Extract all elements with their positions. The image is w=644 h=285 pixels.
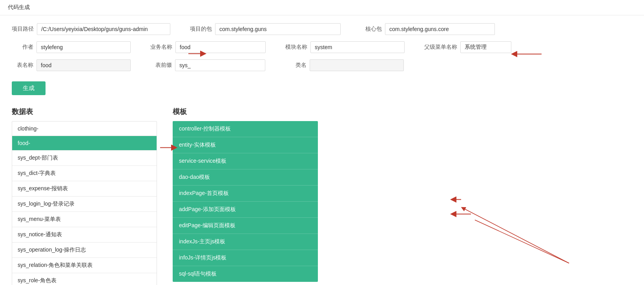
form-item-table-prefix: 表前缀 [150,59,265,71]
form-item-business-name: 业务名称 [150,41,266,53]
form-row-1: 项目路径 项目的包 核心包 [12,23,632,35]
project-pkg-input[interactable] [215,23,341,35]
project-path-input[interactable] [37,23,170,35]
template-list-item[interactable]: sql-sql语句模板 [173,266,318,282]
table-list-section: 数据表 clothing-food-sys_dept-部门表sys_dict-字… [12,107,157,285]
generate-button[interactable]: 生成 [12,81,46,95]
table-list-item[interactable]: sys_login_log-登录记录 [12,197,157,212]
class-name-input [310,59,404,71]
table-list-item[interactable]: sys_operation_log-操作日志 [12,243,157,258]
template-list-item[interactable]: service-service模板 [173,153,318,169]
table-list-item[interactable]: sys_dict-字典表 [12,166,157,181]
table-name-input [36,59,131,71]
module-name-label: 模块名称 [285,44,307,51]
project-path-label: 项目路径 [12,26,34,33]
table-list-item[interactable]: sys_dept-部门表 [12,151,157,166]
table-list-item[interactable]: sys_relation-角色和菜单关联表 [12,258,157,273]
form-item-module-name: 模块名称 [285,41,405,53]
table-list-item[interactable]: sys_notice-通知表 [12,227,157,243]
template-title: 模板 [173,107,318,116]
main-content: 数据表 clothing-food-sys_dept-部门表sys_dict-字… [0,103,644,285]
table-list-item[interactable]: sys_role-角色表 [12,273,157,285]
author-label: 作者 [12,44,33,51]
business-name-input[interactable] [175,41,266,53]
template-list-item[interactable]: entity-实体模板 [173,137,318,153]
template-section: 模板 controller-控制器模板entity-实体模板service-se… [173,107,318,285]
template-list-item[interactable]: controller-控制器模板 [173,121,318,137]
template-list-item[interactable]: editPage-编辑页面模板 [173,218,318,234]
form-item-table-name: 表名称 [12,59,131,71]
template-list: controller-控制器模板entity-实体模板service-servi… [173,121,318,282]
table-list-item[interactable]: sys_expense-报销表 [12,181,157,197]
author-input[interactable] [36,41,131,53]
project-pkg-label: 项目的包 [190,26,212,33]
table-list-item[interactable]: food- [12,136,157,151]
form-item-project-path: 项目路径 [12,23,170,35]
form-item-parent-menu: 父级菜单名称 [424,41,511,53]
template-list-item[interactable]: addPage-添加页面模板 [173,202,318,218]
template-list-item[interactable]: indexJs-主页js模板 [173,234,318,250]
form-item-project-pkg: 项目的包 [190,23,341,35]
form-item-class-name: 类名 [285,59,404,71]
class-name-label: 类名 [285,62,306,69]
parent-menu-input[interactable] [460,41,511,53]
data-table-title: 数据表 [12,107,157,116]
module-name-input[interactable] [310,41,405,53]
business-name-label: 业务名称 [150,44,172,51]
table-name-label: 表名称 [12,62,33,69]
table-list-item[interactable]: clothing- [12,121,157,136]
form-row-3: 表名称 表前缀 类名 [12,59,632,71]
data-table-list: clothing-food-sys_dept-部门表sys_dict-字典表sy… [12,121,157,285]
template-list-item[interactable]: dao-dao模板 [173,169,318,186]
form-item-core-pkg: 核心包 [360,23,495,35]
table-prefix-label: 表前缀 [150,62,172,69]
core-pkg-label: 核心包 [360,26,382,33]
page-title: 代码生成 [8,4,30,10]
template-list-item[interactable]: infoJs-详情页js模板 [173,250,318,266]
page-header: 代码生成 [0,0,644,15]
parent-menu-label: 父级菜单名称 [424,44,457,51]
table-list-item[interactable]: sys_menu-菜单表 [12,212,157,227]
core-pkg-input[interactable] [385,23,495,35]
form-row-2: 作者 业务名称 模块名称 父级菜单名称 [12,41,632,53]
template-list-item[interactable]: indexPage-首页模板 [173,186,318,202]
form-item-author: 作者 [12,41,131,53]
form-section: 项目路径 项目的包 核心包 作者 业务名称 模块名称 [0,15,644,81]
table-prefix-input[interactable] [175,59,265,71]
